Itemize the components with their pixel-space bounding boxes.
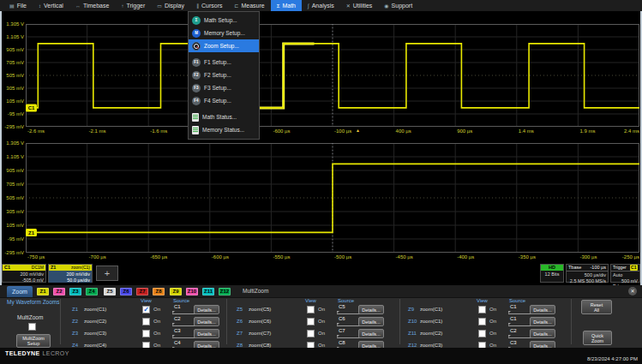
y-axis-label: -95 mV [1,236,24,242]
reset-all-button[interactable]: Reset All [581,300,612,314]
trace-tab-z9[interactable]: Z9 [170,288,182,295]
zoom-id-label: Z6 [237,319,243,324]
menu-item-analysis[interactable]: ∫Analysis [302,0,340,11]
zoom-id-label: Z11 [408,331,417,336]
quick-zoom-button[interactable]: Quick Zoom [583,331,612,345]
menu-option-label: Math Status... [202,114,237,120]
menu-item-trigger[interactable]: ↑Trigger [115,0,151,11]
view-checkbox-z2[interactable] [142,318,150,325]
section-title: My Waveform Zooms [7,299,60,305]
menu-item-label: Vertical [44,3,63,9]
on-label: On [153,331,160,336]
trace-tab-z6[interactable]: Z6 [120,288,132,295]
menu-option-math-status[interactable]: Math Status... [189,110,259,123]
menu-item-math[interactable]: ΣMath [271,0,302,11]
details-button-z2[interactable]: Details... [194,317,219,326]
view-checkbox-z9[interactable] [478,306,486,313]
x-axis-label: 1.4 ms [519,128,534,134]
view-checkbox-z3[interactable] [142,330,150,337]
menu-item-file[interactable]: ▤File [3,0,33,11]
timebase-descriptor[interactable]: Tbase -100 µs 500 µs/div 2.5 MS 500 MS/s [566,264,609,283]
details-button-z3[interactable]: Details... [194,329,219,338]
menu-item-cursors[interactable]: ∥Cursors [190,0,229,11]
view-column-header: View [477,298,488,303]
zoom-panel-body: My Waveform Zooms MultiZoom MultiZoom Se… [0,297,642,348]
menu-option-math-setup[interactable]: ΣMath Setup... [189,14,259,27]
menu-option-f4-setup[interactable]: F4F4 Setup... [189,94,259,107]
view-checkbox-z7[interactable] [307,330,315,337]
trace-tab-z2[interactable]: Z2 [53,288,65,295]
details-button-z11[interactable]: Details... [530,329,555,338]
trace-tab-z1[interactable]: Z1 [37,288,49,295]
x-axis-label: -300 µs [579,254,597,260]
trigger-descriptor[interactable]: Trigger C1 Auto 500 mV Edge Positive [610,264,640,283]
x-axis-label: -100 µs [334,128,351,134]
x-axis-label: -2.1 ms [89,128,106,134]
trace-tab-z3[interactable]: Z3 [69,288,81,295]
zoom-dialog-panel: Zoom Z1Z2Z3Z4Z5Z6Z7Z8Z9Z10Z11Z12 MultiZo… [0,285,642,348]
channel-c1-descriptor[interactable]: C1 DC1M 200 mV/div -505.0 mV [2,264,46,283]
trace-tab-z11[interactable]: Z11 [202,288,214,295]
x-axis-label: -450 µs [396,254,413,260]
zoom-function-label: zoom(C1) [420,307,442,312]
view-checkbox-z1[interactable]: ✓ [142,306,150,313]
on-label: On [489,307,496,312]
menu-item-display[interactable]: ▭Display [151,0,190,11]
waveform-plot-z1: Z1 [26,143,639,253]
menu-option-memory-status[interactable]: Memory Status... [189,123,259,136]
y-axis-label: 305 mV [1,86,24,92]
y-axis-label: 905 mV [1,47,24,53]
menu-item-support[interactable]: ◉Support [378,0,418,11]
menu-item-vertical[interactable]: ↕Vertical [33,0,69,11]
menu-item-utilities[interactable]: ✕Utilities [340,0,379,11]
zoom-id-label: Z7 [237,331,243,336]
multizoom-checkbox[interactable] [28,323,36,331]
details-button-z6[interactable]: Details... [358,317,384,326]
trace-tab-z10[interactable]: Z10 [186,288,198,295]
on-label: On [318,331,325,336]
hd-mode-descriptor[interactable]: HD 12 Bits [540,264,564,283]
trace-tab-z4[interactable]: Z4 [86,288,98,295]
trigger-position-marker[interactable]: ▲ [356,128,360,133]
file-icon: ▤ [9,3,15,9]
multizoom-label: MultiZoom [17,314,43,320]
math-icon: Σ [277,3,280,9]
tab-zoom[interactable]: Zoom [7,286,33,297]
menu-option-f3-setup[interactable]: F3F3 Setup... [189,81,259,94]
details-button-z7[interactable]: Details... [358,329,384,338]
menu-option-f1-setup[interactable]: F1F1 Setup... [189,56,259,69]
c1-coupling: DC1M [32,265,44,271]
channel-indicator-c1: C1 [26,104,37,111]
details-button-z10[interactable]: Details... [530,317,555,326]
menu-option-f2-setup[interactable]: F2F2 Setup... [189,69,259,81]
tab-multizoom[interactable]: MultiZoom [243,288,268,294]
menu-option-zoom-setup[interactable]: Zoom Setup... [189,39,259,52]
zoom-z1-descriptor[interactable]: Z1 zoom(C1) 200 mV/div 50.0 µs/div [48,264,93,283]
menu-item-measure[interactable]: ⊏Measure [228,0,270,11]
main-waveform-grid: C11.305 V1.105 V905 mV705 mV505 mV305 mV… [0,12,642,139]
trace-tab-z5[interactable]: Z5 [104,288,116,295]
add-trace-button[interactable]: + [96,266,118,281]
view-checkbox-z11[interactable] [478,330,486,337]
trace-tab-z12[interactable]: Z12 [219,288,231,295]
zoom-group-3: ViewSourceZ9zoom(C1)OnC1Details...Z10zoo… [405,297,569,348]
details-button-z1[interactable]: Details... [194,305,219,314]
zoom-id-label: Z5 [237,307,243,312]
divider [399,299,400,344]
trace-tab-z8[interactable]: Z8 [153,288,165,295]
close-icon[interactable]: ✕ [628,287,637,295]
details-button-z9[interactable]: Details... [530,305,555,314]
vertical-icon: ↕ [39,3,41,9]
on-label: On [153,307,160,312]
menu-option-memory-setup[interactable]: MMemory Setup... [189,27,259,39]
trace-tab-z7[interactable]: Z7 [136,288,148,295]
multizoom-setup-button[interactable]: MultiZoom Setup [16,334,51,348]
details-button-z5[interactable]: Details... [358,305,384,314]
f1-setup-icon: F1 [192,58,201,67]
view-checkbox-z6[interactable] [307,318,315,325]
teledyne-lecroy-logo: TELEDYNELECROY [5,350,69,356]
view-checkbox-z10[interactable] [478,318,486,325]
menu-item-timebase[interactable]: ↔Timebase [69,0,115,11]
view-checkbox-z5[interactable] [307,306,315,313]
oscilloscope-app: ▤File↕Vertical↔Timebase↑Trigger▭Display∥… [0,0,642,364]
